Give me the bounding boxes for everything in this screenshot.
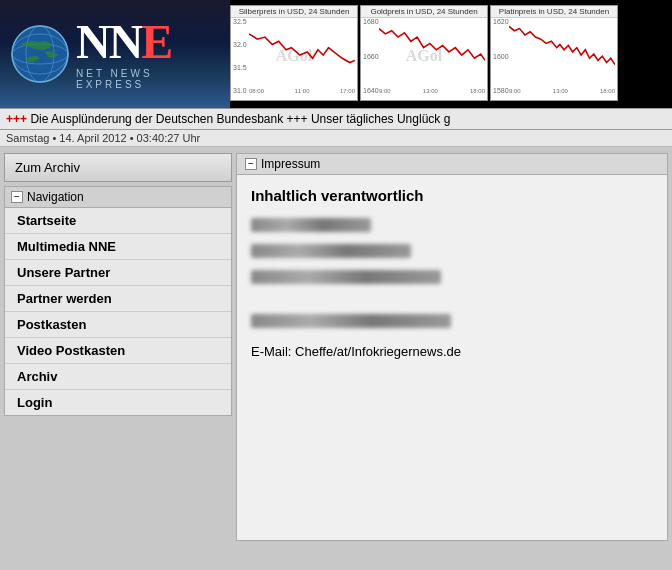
chart-platin-inner: 162016001580 9:0013:0018:00: [491, 18, 617, 94]
nav-collapse-button[interactable]: −: [11, 191, 23, 203]
main-layout: Zum Archiv − Navigation Startseite Multi…: [0, 147, 672, 547]
nav-item-startseite[interactable]: Startseite: [5, 208, 231, 234]
chart-silver-line: [249, 18, 355, 82]
nav-item-archiv[interactable]: Archiv: [5, 364, 231, 390]
impressum-header-label: Impressum: [261, 157, 320, 171]
chart-silver-yaxis: 32.532.031.531.0: [233, 18, 247, 94]
chart-silver-inner: AGol 32.532.031.531.0 08:0011:0017:00: [231, 18, 357, 94]
chart-silver: Silberpreis in USD, 24 Stunden AGol 32.5…: [230, 5, 358, 101]
impressum-collapse-button[interactable]: −: [245, 158, 257, 170]
chart-gold-xaxis: 9:0013:0018:00: [379, 88, 485, 94]
chart-silver-xaxis: 08:0011:0017:00: [249, 88, 355, 94]
date-bar: Samstag • 14. April 2012 • 03:40:27 Uhr: [0, 130, 672, 147]
charts-area: Silberpreis in USD, 24 Stunden AGol 32.5…: [230, 0, 672, 108]
logo-subtitle: NET NEWS EXPRESS: [76, 68, 220, 90]
impressum-body: Inhaltlich verantwortlich E-Mail: Cheffe…: [237, 175, 667, 371]
nav-item-video-postkasten[interactable]: Video Postkasten: [5, 338, 231, 364]
nav-label: Navigation: [27, 190, 84, 204]
nav-item-postkasten[interactable]: Postkasten: [5, 312, 231, 338]
nav-items: Startseite Multimedia NNE Unsere Partner…: [5, 208, 231, 415]
nav-item-partner[interactable]: Unsere Partner: [5, 260, 231, 286]
archiv-button[interactable]: Zum Archiv: [4, 153, 232, 182]
impressum-title: Inhaltlich verantwortlich: [251, 187, 653, 204]
chart-gold-line: [379, 18, 485, 82]
chart-silver-title: Silberpreis in USD, 24 Stunden: [231, 6, 357, 18]
chart-gold-yaxis: 168016601640: [363, 18, 379, 94]
nav-item-login[interactable]: Login: [5, 390, 231, 415]
ticker-bar: +++ Die Ausplünderung der Deutschen Bund…: [0, 108, 672, 130]
logo-section: NNE NET NEWS EXPRESS: [0, 0, 230, 108]
chart-platin-title: Platinpreis in USD, 24 Stunden: [491, 6, 617, 18]
globe-icon: [10, 24, 70, 84]
date-text: Samstag • 14. April 2012 • 03:40:27 Uhr: [6, 132, 200, 144]
chart-gold-title: Goldpreis in USD, 24 Stunden: [361, 6, 487, 18]
chart-platin: Platinpreis in USD, 24 Stunden 162016001…: [490, 5, 618, 101]
blurred-name-line-2: [251, 244, 411, 258]
chart-platin-line: [509, 18, 615, 82]
email-line: E-Mail: Cheffe/at/Infokriegernews.de: [251, 344, 653, 359]
header: NNE NET NEWS EXPRESS Silberpreis in USD,…: [0, 0, 672, 108]
chart-gold-inner: AGol 168016601640 9:0013:0018:00: [361, 18, 487, 94]
chart-platin-xaxis: 9:0013:0018:00: [509, 88, 615, 94]
chart-gold: Goldpreis in USD, 24 Stunden AGol 168016…: [360, 5, 488, 101]
ticker-text: Die Ausplünderung der Deutschen Bundesba…: [30, 112, 450, 126]
impressum-header: − Impressum: [237, 154, 667, 175]
ticker-plus: +++: [6, 112, 27, 126]
nav-item-multimedia[interactable]: Multimedia NNE: [5, 234, 231, 260]
nav-box: − Navigation Startseite Multimedia NNE U…: [4, 186, 232, 416]
sidebar: Zum Archiv − Navigation Startseite Multi…: [4, 153, 232, 541]
content-area: − Impressum Inhaltlich verantwortlich E-…: [236, 153, 668, 541]
nav-item-partner-werden[interactable]: Partner werden: [5, 286, 231, 312]
blurred-name-line-1: [251, 218, 371, 232]
logo-nne: NNE: [76, 18, 220, 66]
chart-platin-yaxis: 162016001580: [493, 18, 509, 94]
logo-text-block: NNE NET NEWS EXPRESS: [76, 18, 220, 90]
spacer-1: [251, 296, 653, 314]
nav-header: − Navigation: [5, 187, 231, 208]
blurred-name-line-4: [251, 314, 451, 328]
blurred-name-line-3: [251, 270, 441, 284]
